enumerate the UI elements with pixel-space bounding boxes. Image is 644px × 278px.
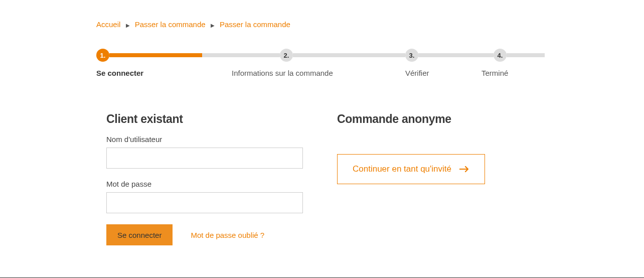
chevron-right-icon: ▶: [211, 23, 215, 28]
guest-heading: Commande anonyme: [337, 112, 548, 126]
breadcrumb-link-order[interactable]: Passer la commande: [135, 20, 206, 29]
chevron-right-icon: ▶: [126, 23, 130, 28]
step-line: [507, 53, 545, 57]
breadcrumb-link-home[interactable]: Accueil: [96, 20, 120, 29]
step-line: [109, 53, 202, 57]
step-verify: 3. Vérifier: [405, 49, 494, 77]
arrow-right-icon: [459, 166, 469, 173]
step-number: 4.: [494, 49, 507, 62]
password-label: Mot de passe: [106, 180, 317, 188]
step-number: 3.: [405, 49, 418, 62]
step-line: [293, 53, 405, 57]
guest-button-label: Continuer en tant qu'invité: [353, 164, 451, 174]
login-heading: Client existant: [106, 112, 317, 126]
breadcrumb: Accueil ▶ Passer la commande ▶ Passer la…: [96, 20, 548, 29]
forgot-password-link[interactable]: Mot de passe oublié ?: [191, 231, 264, 239]
progress-steps: 1. Se connecter 2. Informations sur la c…: [96, 49, 548, 77]
username-input[interactable]: [106, 148, 303, 169]
step-label: Vérifier: [405, 69, 494, 77]
continue-guest-button[interactable]: Continuer en tant qu'invité: [337, 154, 485, 184]
step-label: Terminé: [481, 69, 545, 77]
login-button[interactable]: Se connecter: [106, 224, 173, 245]
step-label: Informations sur la commande: [232, 69, 405, 77]
step-done: 4. Terminé: [481, 49, 545, 77]
step-number: 1.: [96, 49, 109, 62]
password-input[interactable]: [106, 192, 303, 213]
guest-column: Commande anonyme Continuer en tant qu'in…: [337, 112, 548, 245]
username-label: Nom d'utilisateur: [106, 135, 317, 144]
breadcrumb-link-order-current[interactable]: Passer la commande: [220, 20, 290, 29]
step-number: 2.: [280, 49, 293, 62]
login-column: Client existant Nom d'utilisateur Mot de…: [106, 112, 317, 245]
step-info: 2. Informations sur la commande: [232, 49, 405, 77]
